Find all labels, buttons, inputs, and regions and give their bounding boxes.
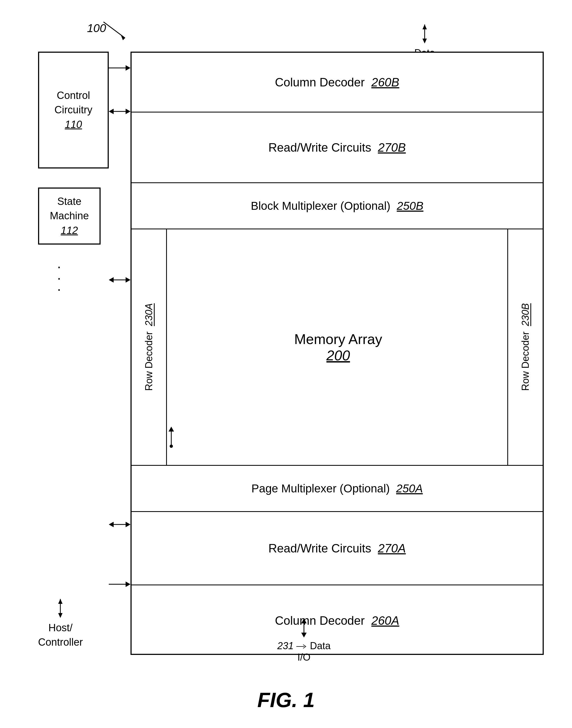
svg-marker-26: [301, 619, 307, 623]
read-write-b-block: Read/Write Circuits 270B: [132, 112, 543, 183]
svg-point-23: [170, 444, 173, 448]
row-decoder-b-label: Row Decoder 230B: [520, 303, 531, 391]
block-mux-b-label: Block Multiplexer (Optional) 250B: [251, 199, 424, 213]
ref-100-arrow: [103, 22, 136, 44]
arrow-cc-rowA: [109, 272, 133, 288]
vertical-dots: ···: [57, 261, 61, 295]
svg-marker-14: [126, 277, 131, 282]
memory-array-block: Memory Array 200: [167, 229, 509, 466]
memory-array-label: Memory Array: [294, 331, 382, 347]
read-write-b-label: Read/Write Circuits 270B: [268, 141, 406, 154]
arrow-cc-rwB: [109, 103, 133, 119]
svg-marker-11: [126, 109, 131, 114]
arrow-rowA-pageA: [163, 427, 180, 449]
svg-marker-7: [58, 599, 63, 604]
data-io-bottom: 231 DataI/O: [277, 619, 331, 663]
page-mux-a-block: Page Multiplexer (Optional) 250A: [132, 466, 543, 512]
page-mux-a-label: Page Multiplexer (Optional) 250A: [252, 482, 423, 495]
svg-marker-18: [109, 522, 114, 527]
control-circuitry-box: ControlCircuitry110: [38, 52, 109, 168]
svg-marker-15: [109, 277, 114, 282]
row-decoder-a-block: Row Decoder 230A: [132, 229, 167, 466]
figure-label: FIG. 1: [257, 688, 314, 712]
state-machine-label: StateMachine112: [50, 194, 89, 238]
read-write-a-block: Read/Write Circuits 270A: [132, 512, 543, 585]
control-circuitry-label: ControlCircuitry110: [54, 88, 92, 132]
svg-marker-17: [126, 522, 131, 527]
arrow-cc-to-colB: [109, 52, 133, 84]
svg-marker-6: [58, 613, 63, 618]
svg-marker-9: [126, 65, 131, 71]
main-section: Column Decoder 260B Read/Write Circuits …: [131, 52, 544, 655]
svg-marker-4: [423, 24, 427, 29]
diagram: 100 DataI/O ControlCircuitry110 StateMac…: [16, 16, 555, 696]
data-io-bottom-label: 231 DataI/O: [277, 640, 331, 663]
arrow-cc-colA: [109, 576, 133, 592]
arrow-cc-rwA: [109, 516, 133, 533]
svg-marker-3: [423, 38, 427, 44]
block-mux-b-block: Block Multiplexer (Optional) 250B: [132, 183, 543, 229]
host-controller: Host/Controller: [38, 599, 83, 649]
svg-marker-22: [168, 427, 174, 431]
memory-array-ref: 200: [327, 347, 350, 363]
row-decoder-a-label: Row Decoder 230A: [143, 303, 155, 391]
svg-marker-20: [126, 581, 131, 587]
svg-marker-12: [109, 109, 114, 114]
column-decoder-a-block: Column Decoder 260A: [132, 585, 543, 656]
svg-marker-25: [301, 633, 307, 638]
column-decoder-b-block: Column Decoder 260B: [132, 53, 543, 112]
column-decoder-b-label: Column Decoder 260B: [275, 76, 399, 89]
state-machine-box: StateMachine112: [38, 187, 100, 245]
row-decoder-b-block: Row Decoder 230B: [507, 229, 543, 466]
host-controller-label: Host/Controller: [38, 621, 83, 649]
read-write-a-label: Read/Write Circuits 270A: [268, 542, 406, 555]
svg-line-0: [103, 22, 125, 38]
